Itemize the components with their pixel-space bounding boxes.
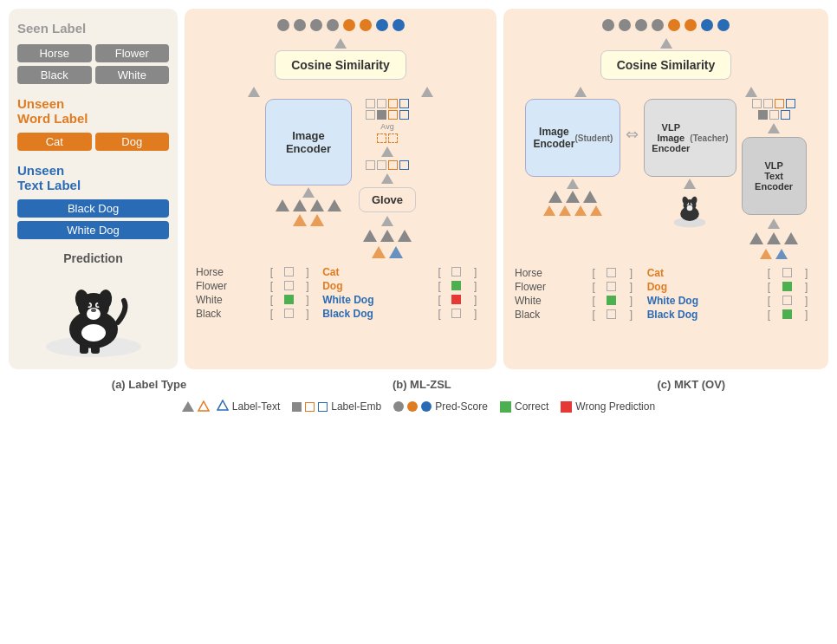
bracket-dog-b-r: ] [471, 279, 488, 293]
sq-gray-mid1 [366, 160, 375, 170]
bracket-b0-r: ] [303, 265, 320, 279]
legend-tri-blue-svg [217, 400, 229, 411]
bracket-cat-c-r: ] [802, 266, 820, 280]
dot-orange2 [360, 19, 372, 31]
sq-whitedog-b-red [451, 295, 461, 304]
tri-student-o1 [543, 205, 555, 216]
sq-orange-mid1 [388, 160, 398, 170]
bracket-c0-l: [ [589, 266, 607, 280]
bottom-captions: (a) Label Type (b) ML-ZSL (c) MKT (OV) [9, 378, 828, 391]
arrow-up-img-b [302, 187, 315, 198]
bracket-c0-r: ] [627, 266, 645, 280]
blackdog-c: Black Dog [645, 308, 765, 322]
vlp-image-encoder-c: VLPImageEncoder(Teacher) [644, 99, 736, 177]
legend-wrong-label: Wrong Prediction [575, 400, 655, 413]
label-flower-c: Flower [512, 280, 589, 294]
blackdog-b: Black Dog [320, 307, 435, 321]
legend-label-emb: Label-Emb [292, 400, 381, 413]
sq-gray-mid2 [377, 160, 386, 170]
dot-c-blue2 [717, 19, 730, 31]
sq-blue1 [399, 99, 409, 108]
bracket-c1-r: ] [627, 280, 645, 294]
unseen-text-title: UnseenText Label [17, 163, 169, 192]
tri-orange-b1 [293, 214, 307, 226]
bracket-whitedog-b-l: [ [435, 293, 451, 307]
bracket-c1-l: [ [589, 280, 607, 294]
arrow-up-b-right [421, 87, 433, 97]
dog-icon-c [668, 191, 711, 230]
double-arrow-c: ⇔ [626, 125, 639, 144]
sq-c-blue1 [786, 99, 795, 108]
svg-rect-13 [91, 342, 100, 354]
panel-c-dots [602, 19, 730, 31]
bracket-c3-r: ] [627, 308, 645, 322]
arrow-up-glove2-b [381, 173, 393, 184]
arrow-up-c-left [574, 87, 587, 97]
unseen-word-grid: Cat Dog [17, 133, 169, 151]
legend-label-text-label: Label-Text [232, 400, 280, 413]
legend-row: Label-Text Label-Emb Pred-Score Correct … [9, 400, 828, 413]
sq-flower-b [284, 281, 294, 290]
arrow-up-vlp-text [768, 123, 780, 133]
image-encoder-student-c: ImageEncoder(Student) [525, 99, 620, 177]
score-table-c: Horse [ ] Cat [ ] Flower [ ] Dog [ [512, 266, 820, 322]
sq-gray1 [366, 99, 375, 108]
tri-student-o3 [574, 205, 587, 216]
bracket-whitedog-c-l: [ [765, 294, 782, 308]
word-cat: Cat [17, 133, 92, 151]
text-black-dog: Black Dog [17, 199, 169, 218]
legend-label-emb-label: Label-Emb [331, 400, 381, 413]
bracket-b1-r: ] [303, 279, 320, 293]
sq-orange3 [377, 133, 386, 143]
label-black-c: Black [512, 308, 589, 322]
dot-c-orange1 [668, 19, 680, 31]
unseen-word-title: UnseenWord Label [17, 96, 169, 126]
legend-dot-gray [393, 401, 404, 412]
legend-sq-orange [305, 402, 315, 412]
legend-tri-orange-svg [198, 400, 210, 412]
panel-b-encoders: ImageEncoder [193, 99, 488, 258]
dot-c-gray3 [635, 19, 647, 31]
dot-gray1 [277, 19, 289, 31]
bracket-blackdog-c-l: [ [765, 308, 782, 322]
label-white-b: White [193, 293, 268, 307]
sq-c-filled1 [758, 110, 768, 120]
tri-vt3 [784, 232, 798, 244]
dot-c-orange2 [685, 19, 697, 31]
svg-marker-22 [198, 401, 209, 411]
panel-c: Cosine Similarity ImageEncoder(Student) [503, 9, 828, 369]
label-white-c: White [512, 294, 589, 308]
bracket-c2-r: ] [627, 294, 645, 308]
label-flower-b: Flower [193, 279, 268, 293]
word-dog: Dog [95, 133, 170, 151]
legend-sq-red [561, 401, 572, 413]
tri-orange-g1 [372, 246, 386, 258]
table-row-c3: Black [ ] Black Dog [ ] [512, 308, 820, 322]
sq-flower-c [607, 282, 616, 291]
legend-sq-green [500, 401, 511, 413]
tri-row-student2 [543, 205, 602, 216]
tri-student-o4 [590, 205, 602, 216]
tri-row-b2 [293, 214, 324, 226]
tri-row-student [548, 191, 597, 203]
arrows-row-b [193, 85, 488, 99]
sq-black-c [607, 309, 616, 319]
panel-b: Cosine Similarity ImageEncoder [185, 9, 496, 369]
svg-marker-23 [217, 400, 228, 410]
panel-a: Seen Label Horse Flower Black White Unse… [9, 9, 178, 369]
dot-gray4 [327, 19, 339, 31]
tri-row-vlp-text2 [760, 249, 788, 259]
svg-point-17 [687, 205, 693, 211]
vlp-text-col: VLPTextEncoder [742, 99, 807, 259]
bracket-b3-l: [ [268, 307, 284, 321]
img-encoder-student-col: ImageEncoder(Student) [525, 99, 620, 216]
label-white: White [95, 66, 170, 84]
whitedog-c: White Dog [645, 294, 765, 308]
dot-c-gray1 [602, 19, 614, 31]
sq-blue2 [399, 110, 409, 120]
sq-row-c1 [752, 99, 795, 108]
bracket-b2-r: ] [303, 293, 320, 307]
arrow-up-teacher [684, 179, 696, 189]
sq-blue-mid1 [399, 160, 409, 170]
arrow-up-glove3-b [381, 216, 393, 226]
